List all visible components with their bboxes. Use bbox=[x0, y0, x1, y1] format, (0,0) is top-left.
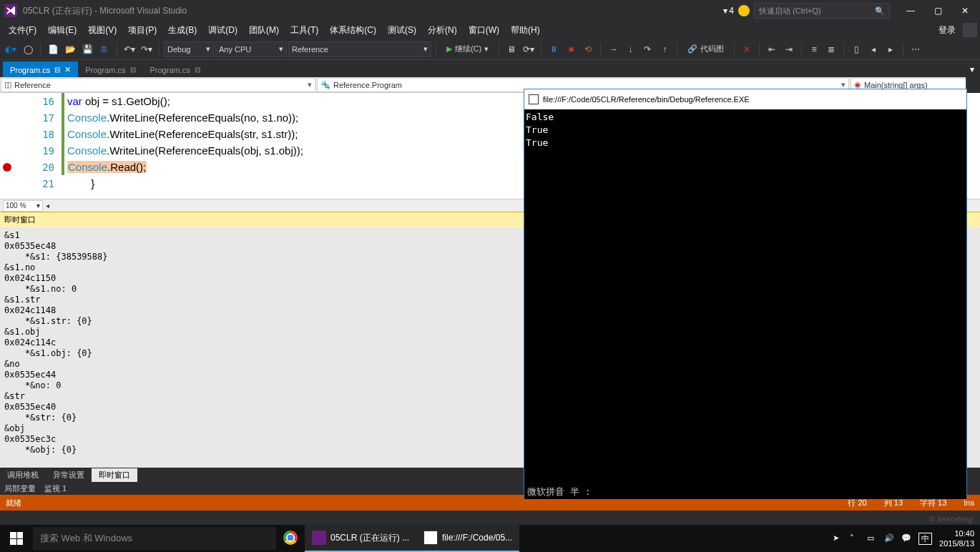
main-toolbar: ◐▾ ◯ 📄 📂 💾 🗎 ↶▾ ↷▾ Debug▾ Any CPU▾ Refer… bbox=[0, 39, 980, 60]
menu-调试(D)[interactable]: 调试(D) bbox=[202, 23, 243, 38]
startup-project-combo[interactable]: Reference▾ bbox=[288, 41, 431, 57]
nav-fwd-button[interactable]: ◯ bbox=[20, 41, 36, 57]
maximize-button[interactable]: ▢ bbox=[927, 4, 949, 18]
taskbar-app-vs[interactable]: 05CLR (正在运行) ... bbox=[305, 525, 416, 552]
step-over-button[interactable]: ↷ bbox=[640, 41, 655, 57]
bookmark-icon[interactable]: ▯ bbox=[848, 41, 864, 57]
menu-帮助(H)[interactable]: 帮助(H) bbox=[505, 23, 546, 38]
vs-logo-icon bbox=[4, 4, 17, 17]
system-tray[interactable]: ➤ ˄ ▭ 🔊 💬 中 10:40 2015/8/13 bbox=[827, 528, 980, 548]
document-tabs: Program.cs⊟✕Program.cs⊟Program.cs⊟ ▾ bbox=[0, 60, 980, 77]
platform-combo[interactable]: Any CPU▾ bbox=[215, 41, 287, 57]
new-file-icon[interactable]: 📄 bbox=[45, 41, 61, 57]
uncomment-icon[interactable]: ≣ bbox=[823, 41, 839, 57]
comment-icon[interactable]: ≡ bbox=[806, 41, 822, 57]
more-icon[interactable]: ⋯ bbox=[908, 41, 923, 57]
indent-left-icon[interactable]: ⇤ bbox=[764, 41, 780, 57]
tab-immediate[interactable]: 即时窗口 bbox=[92, 468, 137, 482]
menu-测试(S)[interactable]: 测试(S) bbox=[382, 23, 422, 38]
hex-toggle-icon[interactable]: ✕ bbox=[739, 41, 755, 57]
undo-button[interactable]: ↶▾ bbox=[122, 41, 137, 57]
avatar-icon[interactable] bbox=[963, 23, 977, 37]
indent-right-icon[interactable]: ⇥ bbox=[781, 41, 797, 57]
code-map-button[interactable]: 🔗代码图 bbox=[682, 41, 730, 57]
zoom-combo[interactable]: 100 %▾ bbox=[3, 200, 43, 212]
taskbar-app-console[interactable]: file:///F:/Code/05... bbox=[416, 525, 519, 552]
line-number: 19 bbox=[0, 142, 62, 159]
pause-button[interactable]: ⏸ bbox=[546, 41, 562, 57]
continue-button[interactable]: ▶继续(C)▾ bbox=[441, 41, 494, 57]
show-next-stmt-icon[interactable]: → bbox=[605, 41, 621, 57]
sign-in-link[interactable]: 登录 bbox=[934, 23, 960, 38]
notifications-icon[interactable]: 💬 bbox=[901, 533, 911, 543]
pin-icon[interactable]: ⊟ bbox=[130, 66, 136, 74]
chrome-icon bbox=[283, 531, 298, 545]
window-title: 05CLR (正在运行) - Microsoft Visual Studio bbox=[23, 5, 723, 17]
bookmark-nav2-icon[interactable]: ▸ bbox=[883, 41, 898, 57]
console-title-bar[interactable]: file:///F:/Code/05CLR/Reference/bin/Debu… bbox=[524, 89, 966, 109]
minimize-button[interactable]: — bbox=[900, 4, 921, 18]
step-out-button[interactable]: ↑ bbox=[657, 41, 672, 57]
clock[interactable]: 10:40 2015/8/13 bbox=[939, 528, 974, 548]
locals-panel-label[interactable]: 局部变量 bbox=[4, 483, 36, 494]
menu-项目(P)[interactable]: 项目(P) bbox=[122, 23, 162, 38]
notification-flag[interactable]: ▾4 bbox=[723, 6, 734, 16]
menu-体系结构(C)[interactable]: 体系结构(C) bbox=[324, 23, 382, 38]
title-bar: 05CLR (正在运行) - Microsoft Visual Studio ▾… bbox=[0, 0, 980, 21]
tab-list-dropdown[interactable]: ▾ bbox=[964, 61, 980, 77]
nav-back-button[interactable]: ◐▾ bbox=[3, 41, 19, 57]
save-icon[interactable]: 💾 bbox=[79, 41, 95, 57]
save-all-icon[interactable]: 🗎 bbox=[97, 41, 112, 57]
line-number: 18 bbox=[0, 126, 62, 142]
menu-工具(T)[interactable]: 工具(T) bbox=[285, 23, 324, 38]
pin-icon[interactable]: ⊟ bbox=[54, 66, 60, 74]
restart-button[interactable]: ⟲ bbox=[580, 41, 596, 57]
line-number: 21 bbox=[0, 175, 62, 192]
close-button[interactable]: ✕ bbox=[954, 4, 976, 18]
tray-up-icon[interactable]: ˄ bbox=[850, 533, 860, 543]
location-icon[interactable]: ➤ bbox=[833, 533, 843, 543]
console-app-icon bbox=[529, 94, 539, 104]
watch1-panel-label[interactable]: 监视 1 bbox=[44, 483, 67, 494]
vs-icon bbox=[312, 531, 326, 545]
line-number: 20 bbox=[0, 159, 62, 175]
stop-button[interactable]: ■ bbox=[563, 41, 579, 57]
console-window[interactable]: file:///F:/Code/05CLR/Reference/bin/Debu… bbox=[524, 89, 967, 500]
tab-callstack[interactable]: 调用堆栈 bbox=[0, 468, 46, 482]
browser-icon[interactable]: 🖥 bbox=[504, 41, 519, 57]
open-file-icon[interactable]: 📂 bbox=[62, 41, 78, 57]
breakpoint-icon[interactable] bbox=[3, 163, 11, 172]
menu-生成(B)[interactable]: 生成(B) bbox=[162, 23, 202, 38]
reload-icon[interactable]: ⟳▾ bbox=[521, 41, 536, 57]
menu-团队(M)[interactable]: 团队(M) bbox=[243, 23, 285, 38]
bookmark-nav-icon[interactable]: ◂ bbox=[866, 41, 881, 57]
menu-文件(F)[interactable]: 文件(F) bbox=[3, 23, 42, 38]
config-combo[interactable]: Debug▾ bbox=[164, 41, 214, 57]
quick-launch-input[interactable]: 快速启动 (Ctrl+Q) 🔍 bbox=[754, 3, 890, 19]
start-button[interactable] bbox=[0, 525, 33, 552]
battery-icon[interactable]: ▭ bbox=[867, 533, 877, 543]
pin-icon[interactable]: ⊟ bbox=[195, 66, 200, 74]
menu-编辑(E)[interactable]: 编辑(E) bbox=[42, 23, 82, 38]
menu-窗口(W)[interactable]: 窗口(W) bbox=[463, 23, 505, 38]
menu-视图(V)[interactable]: 视图(V) bbox=[82, 23, 122, 38]
redo-button[interactable]: ↷▾ bbox=[139, 41, 155, 57]
doc-tab-0[interactable]: Program.cs⊟✕ bbox=[3, 61, 78, 77]
taskbar-app-chrome[interactable] bbox=[276, 525, 305, 552]
doc-tab-2[interactable]: Program.cs⊟ bbox=[143, 61, 207, 77]
tab-exceptions[interactable]: 异常设置 bbox=[46, 468, 92, 482]
cortana-search-input[interactable]: 搜索 Web 和 Windows bbox=[33, 527, 276, 550]
ime-indicator[interactable]: 中 bbox=[918, 533, 932, 545]
menu-分析(N)[interactable]: 分析(N) bbox=[422, 23, 463, 38]
feedback-smiley-icon[interactable] bbox=[738, 5, 750, 16]
project-nav-combo[interactable]: ◫Reference▾ bbox=[1, 78, 315, 92]
change-indicator bbox=[62, 93, 64, 109]
h-scroll-left-icon[interactable]: ◂ bbox=[46, 202, 49, 210]
search-icon: 🔍 bbox=[875, 6, 885, 16]
volume-icon[interactable]: 🔊 bbox=[884, 533, 894, 543]
step-into-button[interactable]: ↓ bbox=[622, 41, 638, 57]
change-indicator bbox=[62, 142, 64, 159]
watermark: © kexxxfeng bbox=[929, 515, 973, 523]
close-icon[interactable]: ✕ bbox=[64, 65, 71, 74]
doc-tab-1[interactable]: Program.cs⊟ bbox=[78, 61, 142, 77]
